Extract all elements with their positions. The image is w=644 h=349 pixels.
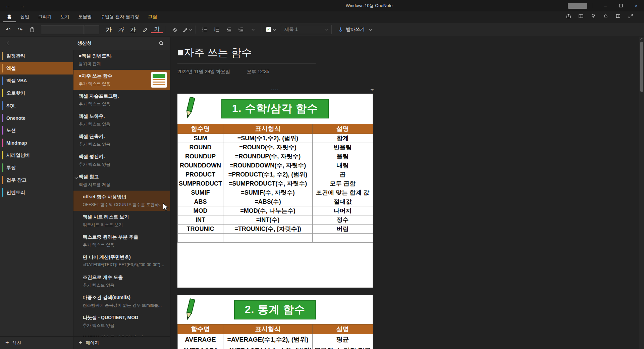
redo-button[interactable]: ↷ (14, 24, 26, 35)
ribbon-tab[interactable]: 홈 (3, 11, 16, 22)
ribbon-tab[interactable]: 삽입 (16, 11, 34, 22)
section-item[interactable]: 투잡 (0, 161, 73, 174)
maximize-button[interactable] (613, 0, 629, 11)
page-item[interactable]: 엑셀 시트 리스트 보기워크시트 리스트 보기 (73, 211, 170, 231)
minimize-button[interactable]: – (598, 0, 613, 11)
highlighter-icon (142, 27, 148, 32)
section-item[interactable]: Mindmap (0, 137, 73, 149)
page-item[interactable]: MATCH 함수를 이용한 Vlookup (73, 332, 170, 336)
table-cell: =ROUNDDOWN(수, 자릿수) (223, 161, 313, 170)
ribbon-tab[interactable]: 보기 (56, 11, 74, 22)
navigation-lists: 일정관리엑셀엑셀 VBA오토핫키SQLOnenote노션Mindmap시리얼넘버… (0, 50, 170, 336)
page-item[interactable]: 엑셀 노하우.추가 텍스트 없음 (73, 110, 170, 130)
tag-dropdown-chevron[interactable] (273, 28, 276, 31)
bold-button[interactable]: 가 (103, 24, 115, 35)
image-resize-handle[interactable]: ◂▸ (370, 87, 374, 92)
dictate-dropdown-chevron[interactable] (369, 28, 372, 31)
close-button[interactable]: × (629, 0, 644, 11)
table-header-cell: 표시형식 (223, 124, 313, 134)
scrollbar-thumb[interactable] (640, 42, 643, 92)
page-item-subtitle: 추가 텍스트 없음 (83, 283, 165, 288)
table-cell (178, 234, 223, 243)
page-item[interactable]: 엑셀 단축키.추가 텍스트 없음 (73, 130, 170, 150)
notebook-title[interactable]: 생산성 (10, 40, 159, 46)
page-item-subtitle: 추가 텍스트 없음 (79, 121, 165, 127)
page-item[interactable]: 엑셀 평선키.추가 텍스트 없음 (73, 150, 170, 170)
bullets-button[interactable] (199, 24, 211, 35)
page-item[interactable]: ■엑셀 인벤토리.범위의 합계 (73, 50, 170, 70)
eraser-button[interactable] (169, 24, 181, 35)
section-item[interactable]: SQL (0, 99, 73, 112)
embedded-image[interactable]: ····◂▸1. 수학/삼각 함수함수명표시형식설명SUM=SUM(수1,수2)… (177, 94, 373, 288)
format-painter-icon (182, 27, 187, 32)
section-item[interactable]: 노션 (0, 124, 73, 137)
outdent-button[interactable] (223, 24, 235, 35)
table-cell: 반올림 (313, 143, 373, 152)
ribbon-tab[interactable]: 수업용 전자 필기장 (96, 11, 144, 22)
clipboard-button[interactable] (26, 24, 38, 35)
numbering-button[interactable]: 123 (211, 24, 223, 35)
fullscreen-button[interactable] (628, 13, 633, 20)
todo-tag-button[interactable]: ✓ (265, 24, 277, 35)
ribbon-tab[interactable]: 그림 (144, 11, 161, 22)
section-item[interactable]: 시리얼넘버 (0, 149, 73, 161)
page-item-title: 엑셀 참고 (79, 174, 165, 180)
ribbon-tab[interactable]: 도움말 (74, 11, 96, 22)
underline-button[interactable]: 가 (127, 24, 139, 35)
format-painter-dropdown-chevron[interactable] (189, 28, 192, 31)
nav-forward-button[interactable]: → (20, 3, 25, 9)
share-button[interactable] (566, 13, 571, 20)
collapse-chevron-icon[interactable] (74, 176, 78, 179)
section-item[interactable]: 오토핫키 (0, 87, 73, 99)
table-row: AVERAGE=AVERAGE(수1,수2), (범위)평균 (178, 334, 373, 345)
page-item-title: 엑셀 시트 리스트 보기 (83, 214, 165, 220)
nav-back-button[interactable]: ← (5, 3, 10, 9)
dictate-button[interactable]: 받아쓰기 (338, 27, 372, 33)
page-item[interactable]: 텍스트중 원하는 부분 추출추가 텍스트 없음 (73, 231, 170, 251)
add-page-button[interactable]: + 페이지 (73, 337, 170, 349)
page-item-subtitle: 참조범위에 중복값이 없는 경우 sumifs를... (83, 303, 165, 308)
section-item[interactable]: 엑셀 VBA (0, 74, 73, 87)
indent-button[interactable] (235, 24, 247, 35)
format-painter-button[interactable] (181, 24, 193, 35)
scroll-up-arrow-icon[interactable] (640, 38, 643, 41)
italic-button[interactable]: 가 (115, 24, 127, 35)
embedded-image[interactable]: 2. 통계 함수함수명표시형식설명AVERAGE=AVERAGE(수1,수2),… (177, 295, 373, 349)
font-color-button[interactable]: 가 (151, 26, 163, 33)
image-move-handle[interactable]: ···· (271, 87, 279, 92)
page-item[interactable]: offset 함수 사용방법OFFSET 함수와 COUNTA 함수를 조합하면… (73, 191, 170, 211)
ribbon-tab[interactable]: 그리기 (34, 11, 56, 22)
search-icon[interactable] (159, 41, 164, 46)
section-item[interactable]: 엑셀 (0, 62, 73, 74)
navigation-pane: 생산성 일정관리엑셀엑셀 VBA오토핫키SQLOnenote노션Mindmap시… (0, 37, 170, 349)
style-dropdown[interactable]: 제목 1 (281, 25, 332, 34)
highlighter-button[interactable] (139, 24, 151, 35)
page-item[interactable]: 나눗셈 - QUOTIENT, MOD추가 텍스트 없음 (73, 311, 170, 332)
section-color-bar (2, 126, 3, 135)
table-row: ROUND=ROUND(수, 자릿수)반올림 (178, 143, 373, 152)
page-item[interactable]: 조건으로 개수 도출추가 텍스트 없음 (73, 271, 170, 291)
section-item[interactable]: 인벤토리 (0, 186, 73, 199)
add-section-button[interactable]: + 섹션 (0, 337, 73, 349)
font-size-input[interactable] (85, 25, 99, 34)
page-title-heading[interactable]: ■자주 쓰는 함수 (177, 46, 316, 63)
page-item[interactable]: 엑셀 자습프로그램.추가 텍스트 없음 (73, 90, 170, 110)
page-item[interactable]: 만 나이 계산(주민번호)=DATEDIF(TEXT(LEFT(E3,6),"0… (73, 251, 170, 271)
section-item[interactable]: 일정관리 (0, 50, 73, 62)
page-item[interactable]: ■자주 쓰는 함수추가 텍스트 없음 (73, 70, 170, 90)
panels-button[interactable] (578, 13, 584, 20)
notifications-button[interactable] (603, 13, 608, 20)
vertical-scrollbar[interactable] (639, 37, 644, 349)
section-item[interactable]: 업무 참고 (0, 174, 73, 186)
font-name-input[interactable] (41, 25, 84, 34)
note-canvas[interactable]: ■자주 쓰는 함수 2022년 11월 29일 화요일 오후 12:35 ···… (170, 37, 644, 349)
page-item[interactable]: 다중조건 검색(sumifs)참조범위에 중복값이 없는 경우 sumifs를.… (73, 291, 170, 311)
section-item[interactable]: Onenote (0, 112, 73, 124)
paragraph-more-button[interactable] (247, 24, 259, 35)
page-item[interactable]: 엑셀 참고엑셀 시트별 저장 (73, 170, 170, 191)
notebooks-button[interactable] (615, 13, 621, 20)
lightbulb-button[interactable] (591, 13, 596, 20)
undo-button[interactable]: ↶ (2, 24, 14, 35)
more-options-chevron (251, 28, 255, 31)
toolbar-separator (196, 26, 196, 34)
